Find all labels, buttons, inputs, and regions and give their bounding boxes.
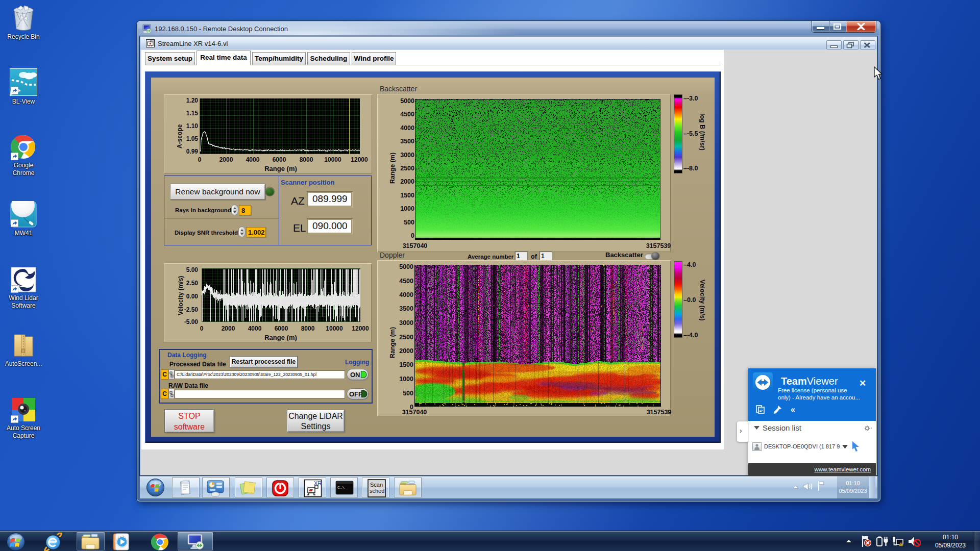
svg-text:sched: sched xyxy=(370,488,384,494)
svg-text:C:\_: C:\_ xyxy=(337,485,347,490)
svg-text:Scan: Scan xyxy=(370,482,383,488)
